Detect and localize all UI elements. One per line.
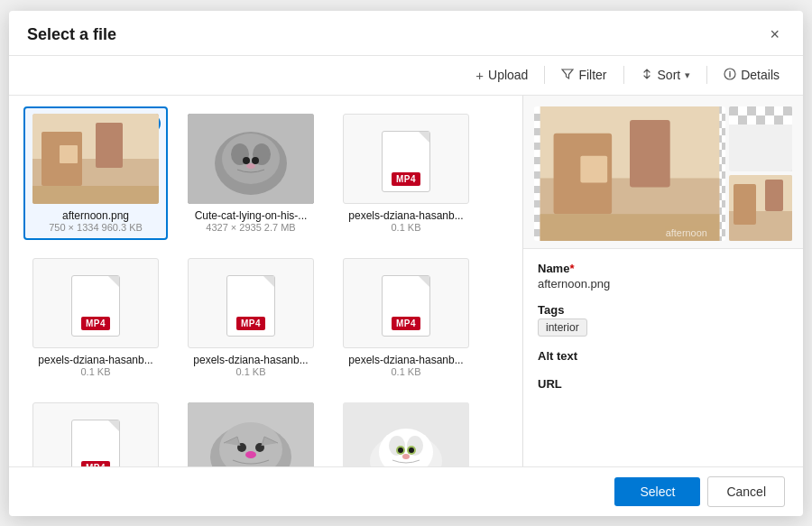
list-item[interactable]: MP4 pexels-dziana-hasanb... 0.1 KB	[334, 251, 478, 384]
file-name: Cute-cat-lying-on-his-...	[195, 209, 308, 222]
details-fields: Name* afternoon.png Tags interior Alt te…	[523, 249, 803, 405]
list-item[interactable]: MP4 pexels-dziana-hasanb... 0.1 KB	[334, 106, 478, 240]
thumbnail-image	[32, 114, 159, 204]
svg-rect-56	[765, 180, 783, 211]
thumbnail-image	[188, 402, 314, 466]
file-name: pexels-dziana-hasanb...	[38, 354, 152, 366]
list-item[interactable]: MP4	[23, 395, 168, 466]
file-grid: ✓ afternoo	[23, 106, 508, 466]
file-name: pexels-dziana-hasanb...	[193, 354, 308, 366]
url-label: URL	[538, 377, 789, 391]
sort-icon	[641, 68, 653, 83]
svg-rect-44	[756, 106, 765, 115]
sort-chevron-icon: ▾	[685, 69, 690, 81]
file-grid-area[interactable]: ✓ afternoo	[9, 96, 523, 466]
svg-rect-48	[774, 106, 783, 115]
sort-button[interactable]: Sort ▾	[632, 63, 700, 88]
preview-side-thumb-1	[729, 106, 792, 172]
file-meta: 0.1 KB	[391, 366, 420, 377]
mp4-icon: MP4	[224, 269, 278, 337]
file-thumbnail	[32, 114, 159, 204]
preview-side-thumb-2	[729, 175, 792, 241]
filter-icon	[561, 68, 574, 83]
svg-rect-35	[580, 155, 607, 182]
mp4-badge: MP4	[81, 461, 110, 466]
svg-rect-43	[747, 106, 756, 115]
details-panel: afternoon	[523, 96, 803, 466]
svg-rect-4	[96, 123, 123, 168]
file-meta: 0.1 KB	[80, 366, 110, 377]
file-thumbnail: MP4	[32, 258, 159, 348]
mp4-icon: MP4	[69, 413, 123, 466]
list-item[interactable]	[179, 395, 323, 466]
svg-point-14	[246, 163, 255, 169]
dialog-body: ✓ afternoo	[9, 96, 803, 466]
select-file-dialog: Select a file × + Upload Filter Sort	[9, 11, 803, 516]
mp4-icon: MP4	[69, 269, 123, 337]
preview-main-image: afternoon	[534, 106, 725, 241]
tags-field: Tags interior	[538, 303, 789, 337]
file-thumbnail	[343, 402, 469, 466]
preview-side	[729, 106, 792, 241]
cancel-button[interactable]: Cancel	[707, 476, 785, 507]
alt-text-field: Alt text	[538, 349, 789, 365]
alt-text-label: Alt text	[538, 349, 789, 363]
file-thumbnail: MP4	[343, 258, 469, 348]
svg-rect-5	[60, 145, 78, 163]
close-button[interactable]: ×	[764, 23, 785, 46]
svg-rect-6	[32, 186, 159, 204]
list-item[interactable]: MP4 pexels-dziana-hasanb... 0.1 KB	[179, 251, 323, 384]
details-label: Details	[741, 68, 780, 82]
divider-3	[706, 66, 707, 84]
svg-rect-52	[783, 115, 792, 125]
file-thumbnail	[188, 114, 314, 204]
svg-point-9	[222, 134, 280, 184]
mp4-icon: MP4	[379, 269, 433, 337]
svg-point-30	[402, 454, 410, 459]
svg-rect-50	[765, 115, 774, 125]
svg-rect-49	[783, 106, 792, 115]
thumbnail-image	[188, 114, 314, 204]
list-item[interactable]: Cute-cat-lying-on-his-... 4327 × 2935 2.…	[179, 106, 323, 240]
filter-button[interactable]: Filter	[552, 63, 615, 88]
file-name: afternoon.png	[62, 209, 129, 222]
list-item[interactable]: MP4 pexels-dziana-hasanb... 0.1 KB	[23, 251, 168, 384]
svg-point-28	[398, 448, 403, 453]
list-item[interactable]	[334, 395, 478, 466]
filter-label: Filter	[578, 68, 606, 82]
details-icon	[724, 68, 736, 83]
name-label: Name*	[538, 262, 789, 275]
file-thumbnail	[188, 402, 314, 466]
upload-button[interactable]: + Upload	[466, 63, 537, 88]
svg-rect-40	[738, 106, 747, 115]
thumbnail-image	[343, 402, 469, 466]
upload-label: Upload	[488, 68, 528, 82]
mp4-icon: MP4	[379, 125, 433, 192]
tag-chip[interactable]: interior	[538, 318, 587, 337]
file-meta: 750 × 1334 960.3 KB	[49, 222, 143, 233]
divider-2	[623, 66, 624, 84]
divider-1	[544, 66, 545, 84]
dialog-footer: Select Cancel	[9, 466, 803, 516]
svg-rect-51	[774, 115, 783, 125]
upload-icon: +	[475, 68, 484, 83]
svg-point-12	[243, 157, 250, 164]
url-field: URL	[538, 377, 789, 392]
sort-label: Sort	[658, 68, 681, 82]
mp4-badge: MP4	[81, 317, 110, 330]
file-thumbnail: MP4	[32, 402, 159, 466]
file-meta: 4327 × 2935 2.7 MB	[206, 222, 295, 233]
file-thumbnail: MP4	[343, 114, 469, 204]
list-item[interactable]: ✓ afternoo	[23, 106, 168, 240]
name-field: Name* afternoon.png	[538, 262, 789, 291]
svg-rect-47	[765, 106, 774, 115]
details-button[interactable]: Details	[715, 63, 789, 88]
preview-area: afternoon	[523, 96, 803, 249]
file-name: pexels-dziana-hasanb...	[348, 354, 463, 366]
file-meta: 0.1 KB	[391, 222, 420, 233]
select-button[interactable]: Select	[614, 477, 700, 506]
file-name: pexels-dziana-hasanb...	[348, 209, 463, 222]
svg-rect-55	[734, 184, 756, 225]
mp4-badge: MP4	[236, 317, 265, 330]
svg-rect-42	[738, 115, 747, 125]
